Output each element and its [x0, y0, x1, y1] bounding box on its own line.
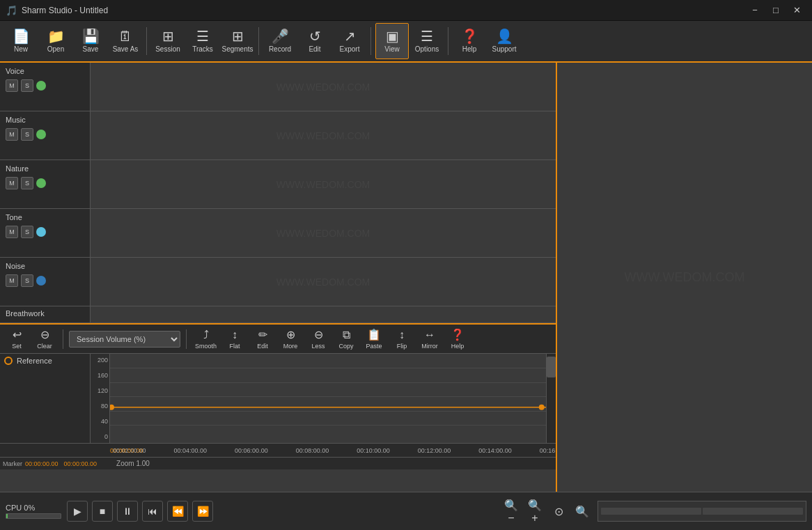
- track-row-voice: Voice M S WWW.WEDOM.COM: [0, 63, 556, 111]
- automation-curve[interactable]: [110, 354, 546, 443]
- export-button[interactable]: ↗ Export: [333, 23, 366, 59]
- track-content-music[interactable]: WWW.WEDOM.COM: [91, 111, 556, 159]
- titlebar: 🎵 Sharm Studio - Untitled − □ ✕: [0, 0, 812, 21]
- options-button[interactable]: ☰ Options: [410, 23, 444, 59]
- export-label: Export: [340, 45, 360, 53]
- zoom-reset-button[interactable]: ⊙: [549, 501, 568, 521]
- track-header-voice: Voice M S: [0, 63, 91, 111]
- paste-label: Paste: [366, 343, 382, 350]
- clear-button[interactable]: ⊖ Clear: [32, 327, 57, 352]
- track-dot-music: [36, 130, 46, 139]
- track-row-tone: Tone M S WWW.WEDOM.COM: [0, 209, 556, 258]
- track-name-voice: Voice: [6, 67, 84, 75]
- options-label: Options: [415, 45, 439, 53]
- zoom-fit-button[interactable]: 🔍: [572, 501, 592, 521]
- breathwork-row: Breathwork: [0, 306, 556, 323]
- h-grid-1: [110, 368, 546, 368]
- tracks-button[interactable]: ☰ Tracks: [186, 23, 219, 59]
- reference-label: Reference: [4, 357, 86, 365]
- track-controls-music: M S: [6, 128, 84, 141]
- right-panel: WWW.WEDOM.COM: [557, 63, 812, 492]
- meter-bar-right: [703, 508, 803, 515]
- session-button[interactable]: ⊞ Session: [151, 23, 185, 59]
- minimize-button[interactable]: −: [745, 3, 765, 17]
- copy-button[interactable]: ⧉ Copy: [334, 327, 359, 352]
- close-button[interactable]: ✕: [787, 3, 806, 17]
- more-button[interactable]: ⊕ More: [278, 327, 303, 352]
- auto-edit-button[interactable]: ✏ Edit: [250, 327, 275, 352]
- mirror-button[interactable]: ↔ Mirror: [417, 327, 442, 352]
- save-label: Save: [83, 45, 99, 53]
- edit-button[interactable]: ↺ Edit: [298, 23, 331, 59]
- save-button[interactable]: 💾 Save: [74, 23, 107, 59]
- copy-label: Copy: [339, 343, 354, 350]
- solo-button-nature[interactable]: S: [21, 177, 33, 189]
- auto-y-axis: 200 160 120 80 40 0: [91, 354, 110, 443]
- track-name-nature: Nature: [6, 164, 84, 173]
- support-button[interactable]: 👤 Support: [487, 23, 521, 59]
- new-button[interactable]: 📄 New: [4, 23, 38, 59]
- track-controls-voice: M S: [6, 79, 84, 92]
- smooth-button[interactable]: ⤴ Smooth: [192, 327, 219, 352]
- play-button[interactable]: ▶: [67, 501, 88, 522]
- marker-time2: 00:00:00.00: [64, 460, 97, 467]
- y-40: 40: [92, 418, 108, 425]
- view-button[interactable]: ▣ View: [375, 23, 409, 59]
- rewind-end-button[interactable]: ⏮: [142, 501, 163, 522]
- view-label: View: [384, 45, 400, 53]
- maximize-button[interactable]: □: [766, 3, 786, 17]
- stop-button[interactable]: ■: [92, 501, 113, 522]
- auto-scrollbar[interactable]: [546, 354, 556, 443]
- saveas-button[interactable]: 🗓 Save As: [109, 23, 142, 59]
- saveas-icon: 🗓: [118, 29, 132, 43]
- solo-button-tone[interactable]: S: [21, 226, 33, 238]
- auto-toolbar: ↩ Set ⊖ Clear Session Volume (%) ⤴ Smoot…: [0, 325, 556, 354]
- auto-graph-area[interactable]: 200 160 120 80 40 0: [91, 354, 556, 443]
- record-button[interactable]: 🎤 Record: [263, 23, 297, 59]
- tick-8: 00:16:00.00: [540, 447, 556, 454]
- zoom-in-button[interactable]: 🔍+: [525, 501, 545, 521]
- paste-button[interactable]: 📋 Paste: [361, 327, 387, 352]
- h-grid-3: [110, 396, 546, 397]
- paste-icon: 📋: [367, 328, 381, 341]
- reference-circle: [4, 357, 13, 365]
- flip-button[interactable]: ↕ Flip: [389, 327, 414, 352]
- flat-button[interactable]: ↕ Flat: [222, 327, 247, 352]
- track-content-nature[interactable]: WWW.WEDOM.COM: [91, 160, 556, 208]
- mute-button-voice[interactable]: M: [6, 79, 18, 92]
- help-button[interactable]: ❓ Help: [453, 23, 486, 59]
- open-button[interactable]: 📁 Open: [39, 23, 72, 59]
- auto-canvas-area[interactable]: [110, 354, 546, 443]
- track-dot-tone: [36, 227, 46, 237]
- mute-button-noise[interactable]: M: [6, 274, 18, 287]
- zoom-out-button[interactable]: 🔍−: [501, 501, 521, 521]
- session-icon: ⊞: [162, 29, 174, 43]
- set-button[interactable]: ↩ Set: [4, 327, 29, 352]
- segments-button[interactable]: ⊞ Segments: [221, 23, 254, 59]
- svg-point-2: [539, 405, 545, 410]
- solo-button-noise[interactable]: S: [21, 274, 33, 287]
- mute-button-music[interactable]: M: [6, 128, 18, 141]
- automation-dropdown[interactable]: Session Volume (%): [69, 331, 180, 348]
- rewind-button[interactable]: ⏪: [167, 501, 188, 522]
- mute-button-nature[interactable]: M: [6, 177, 18, 189]
- edit-label: Edit: [309, 45, 320, 53]
- track-controls-nature: M S: [6, 177, 84, 189]
- track-content-noise[interactable]: WWW.WEDOM.COM: [91, 258, 556, 306]
- solo-button-voice[interactable]: S: [21, 79, 33, 92]
- breathwork-content: [91, 306, 556, 322]
- toolbar-sep-1: [146, 27, 147, 55]
- solo-button-music[interactable]: S: [21, 128, 33, 141]
- track-content-tone[interactable]: WWW.WEDOM.COM: [91, 209, 556, 257]
- forward-button[interactable]: ⏩: [192, 501, 213, 522]
- track-dot-voice: [36, 81, 46, 91]
- pause-button[interactable]: ⏸: [117, 501, 138, 522]
- auto-sep-2: [186, 329, 187, 349]
- cpu-bar-container: [6, 513, 61, 519]
- track-content-voice[interactable]: WWW.WEDOM.COM: [91, 63, 556, 111]
- transport-controls: ▶ ■ ⏸ ⏮ ⏪ ⏩: [67, 501, 213, 522]
- auto-help-button[interactable]: ❓ Help: [445, 327, 470, 352]
- mute-button-tone[interactable]: M: [6, 226, 18, 238]
- bottom-bar: CPU 0% ▶ ■ ⏸ ⏮ ⏪ ⏩ 🔍− 🔍+ ⊙ 🔍: [0, 492, 812, 530]
- less-button[interactable]: ⊖ Less: [306, 327, 331, 352]
